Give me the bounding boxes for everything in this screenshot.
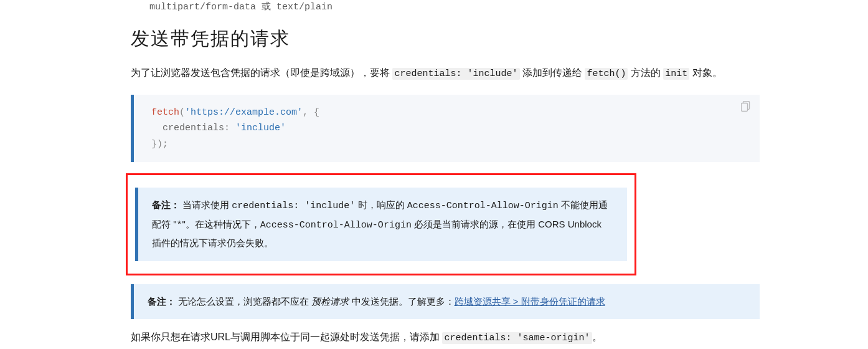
note-label: 备注： [148,296,176,307]
note-block-1: 备注： 当请求使用 credentials: 'include' 时，响应的 A… [135,188,627,261]
inline-code-credentials-include: credentials: 'include' [392,68,519,80]
code-token: }); [151,139,168,150]
code-content: fetch('https://example.com', { credentia… [151,105,747,153]
outro-paragraph: 如果你只想在请求URL与调用脚本位于同一起源处时发送凭据，请添加 credent… [131,328,760,348]
outro-text: 如果你只想在请求URL与调用脚本位于同一起源处时发送凭据，请添加 [131,332,442,342]
inline-code-fetch: fetch() [585,68,628,80]
note-block-2: 备注： 无论怎么设置，浏览器都不应在 预检请求 中发送凭据。了解更多：跨域资源共… [131,284,760,320]
intro-text: 为了让浏览器发送包含凭据的请求（即使是跨域源），要将 [131,67,392,78]
code-token-string: 'https://example.com' [185,107,303,118]
outro-text: 。 [592,332,602,342]
code-token: , { [303,107,319,118]
inline-code: * [177,220,182,231]
intro-text: 添加到传递给 [520,67,585,78]
code-token-fn: fetch [151,107,179,118]
code-block: fetch('https://example.com', { credentia… [131,95,760,163]
inline-code: Access-Control-Allow-Origin [260,220,412,231]
inline-code: Access-Control-Allow-Origin [407,201,559,211]
copy-icon[interactable] [741,101,751,112]
intro-paragraph: 为了让浏览器发送包含凭据的请求（即使是跨域源），要将 credentials: … [131,64,760,84]
intro-text: 对象。 [689,67,722,78]
note-text: "。在这种情况下， [182,219,260,229]
code-token: ( [179,107,185,118]
prev-code-fragment: multipart/form-data 或 text/plain [149,0,868,15]
section-heading: 发送带凭据的请求 [131,24,760,54]
note-emphasis: 预检请求 [311,296,349,307]
highlighted-note-container: 备注： 当请求使用 credentials: 'include' 时，响应的 A… [126,173,636,275]
note-text: 中发送凭据。了解更多： [349,296,454,307]
svg-rect-1 [742,103,748,111]
code-token: : [224,123,235,133]
inline-code-same-origin: credentials: 'same-origin' [442,332,592,344]
note-text: 无论怎么设置，浏览器都不应在 [178,296,311,307]
code-token-string: 'include' [235,123,286,133]
inline-code-init: init [663,68,689,80]
intro-text: 方法的 [628,67,663,78]
code-token: credentials [151,123,224,133]
doc-link-cors-credentials[interactable]: 跨域资源共享 > 附带身份凭证的请求 [455,296,605,307]
inline-code: credentials: 'include' [232,201,355,211]
note-text: 当请求使用 [182,199,232,210]
note-text: 时，响应的 [355,199,407,210]
note-label: 备注： [152,199,180,210]
